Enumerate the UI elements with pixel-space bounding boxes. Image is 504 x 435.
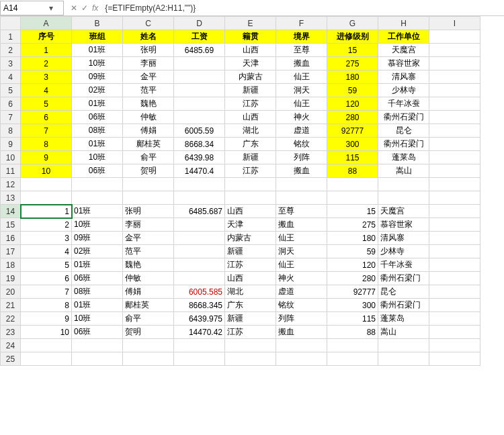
cell[interactable]: 06班	[72, 272, 123, 285]
cell[interactable]	[429, 352, 480, 366]
cell[interactable]: 蓬莱岛	[378, 151, 429, 164]
col-header-H[interactable]: H	[378, 17, 429, 30]
col-header-A[interactable]: A	[21, 17, 72, 30]
cell[interactable]: 湖北	[225, 124, 276, 138]
cell[interactable]: 6485.69	[174, 44, 225, 57]
row-header[interactable]: 20	[1, 285, 21, 299]
cell[interactable]	[429, 232, 480, 245]
name-box-dropdown-icon[interactable]: ▾	[47, 3, 55, 13]
cell[interactable]	[174, 111, 225, 124]
cell[interactable]: 8	[21, 138, 72, 151]
cell[interactable]: 08班	[72, 124, 123, 138]
cell[interactable]: 内蒙古	[225, 70, 276, 84]
cell[interactable]: 7	[21, 124, 72, 138]
cell[interactable]	[174, 70, 225, 84]
cell[interactable]: 01班	[72, 299, 123, 312]
cell[interactable]: 06班	[72, 111, 123, 124]
col-header-C[interactable]: C	[123, 17, 174, 30]
cell[interactable]	[429, 151, 480, 164]
cell[interactable]: 10	[21, 326, 72, 339]
cell[interactable]	[429, 245, 480, 258]
cell[interactable]: 02班	[72, 245, 123, 258]
cell[interactable]: 铭纹	[276, 299, 327, 312]
cell[interactable]: 5	[21, 97, 72, 111]
cell[interactable]: 10班	[72, 151, 123, 164]
cell[interactable]: 新疆	[225, 245, 276, 258]
cell[interactable]: 魏艳	[123, 258, 174, 272]
cell[interactable]: 10班	[72, 57, 123, 70]
cell[interactable]: 01班	[72, 138, 123, 151]
cell[interactable]: 搬血	[276, 164, 327, 178]
cell[interactable]: 01班	[72, 205, 123, 218]
cell[interactable]	[174, 218, 225, 232]
cell[interactable]	[429, 57, 480, 70]
cell[interactable]	[174, 191, 225, 205]
cell[interactable]	[327, 339, 378, 352]
cell[interactable]	[174, 245, 225, 258]
cell[interactable]	[21, 352, 72, 366]
cell[interactable]	[429, 205, 480, 218]
col-header-I[interactable]: I	[429, 17, 480, 30]
row-header[interactable]: 16	[1, 232, 21, 245]
select-all-corner[interactable]	[1, 17, 21, 30]
cell[interactable]: 天津	[225, 57, 276, 70]
cell[interactable]: 59	[327, 245, 378, 258]
cell[interactable]: 6005.585	[174, 285, 225, 299]
cell[interactable]	[276, 352, 327, 366]
cell[interactable]: 神火	[276, 272, 327, 285]
cell[interactable]: 千年冰蚕	[378, 97, 429, 111]
cell[interactable]	[21, 191, 72, 205]
cell[interactable]: 搬血	[276, 326, 327, 339]
cell[interactable]: 02班	[72, 84, 123, 97]
row-header[interactable]: 2	[1, 44, 21, 57]
row-header[interactable]: 23	[1, 326, 21, 339]
cell[interactable]: 1	[21, 44, 72, 57]
cell[interactable]: 嵩山	[378, 326, 429, 339]
cell[interactable]	[429, 138, 480, 151]
cell[interactable]: 15	[327, 205, 378, 218]
cell[interactable]: 鄺桂英	[123, 138, 174, 151]
cell[interactable]	[174, 272, 225, 285]
cell[interactable]: 5	[21, 258, 72, 272]
cell[interactable]	[378, 178, 429, 191]
cell[interactable]: 09班	[72, 232, 123, 245]
cell[interactable]: 180	[327, 232, 378, 245]
cell[interactable]	[174, 339, 225, 352]
cell[interactable]: 境界	[276, 30, 327, 44]
cell[interactable]: 广东	[225, 299, 276, 312]
cell[interactable]: 8	[21, 299, 72, 312]
cell[interactable]: 少林寺	[378, 84, 429, 97]
cell[interactable]: 山西	[225, 272, 276, 285]
cell[interactable]: 8668.345	[174, 299, 225, 312]
cell[interactable]: 江苏	[225, 164, 276, 178]
cell[interactable]	[174, 258, 225, 272]
row-header[interactable]: 24	[1, 339, 21, 352]
cell[interactable]	[72, 339, 123, 352]
name-box[interactable]: ▾	[0, 1, 64, 15]
cell[interactable]	[276, 191, 327, 205]
cell[interactable]: 4	[21, 245, 72, 258]
cell[interactable]: 籍贯	[225, 30, 276, 44]
cell[interactable]: 9	[21, 151, 72, 164]
cell[interactable]: 虚道	[276, 285, 327, 299]
cell[interactable]	[174, 232, 225, 245]
cell[interactable]: 92777	[327, 124, 378, 138]
cell[interactable]	[429, 30, 480, 44]
cell[interactable]: 金平	[123, 70, 174, 84]
cell[interactable]: 衢州石梁门	[378, 111, 429, 124]
cell[interactable]: 列阵	[276, 312, 327, 326]
cell[interactable]: 天魔宫	[378, 44, 429, 57]
cell[interactable]	[174, 352, 225, 366]
cell[interactable]: 14470.42	[174, 326, 225, 339]
cell[interactable]	[123, 339, 174, 352]
grid[interactable]: A B C D E F G H I 1 序号 班组 姓名 工资 籍贯 境界 进修…	[0, 16, 480, 366]
cell[interactable]: 进修级别	[327, 30, 378, 44]
cell[interactable]: 千年冰蚕	[378, 258, 429, 272]
cell[interactable]: 慕容世家	[378, 218, 429, 232]
row-header[interactable]: 19	[1, 272, 21, 285]
cell[interactable]	[123, 178, 174, 191]
cell[interactable]: 少林寺	[378, 245, 429, 258]
cell[interactable]: 傅娟	[123, 285, 174, 299]
cell[interactable]: 姓名	[123, 30, 174, 44]
cell[interactable]: 李丽	[123, 57, 174, 70]
